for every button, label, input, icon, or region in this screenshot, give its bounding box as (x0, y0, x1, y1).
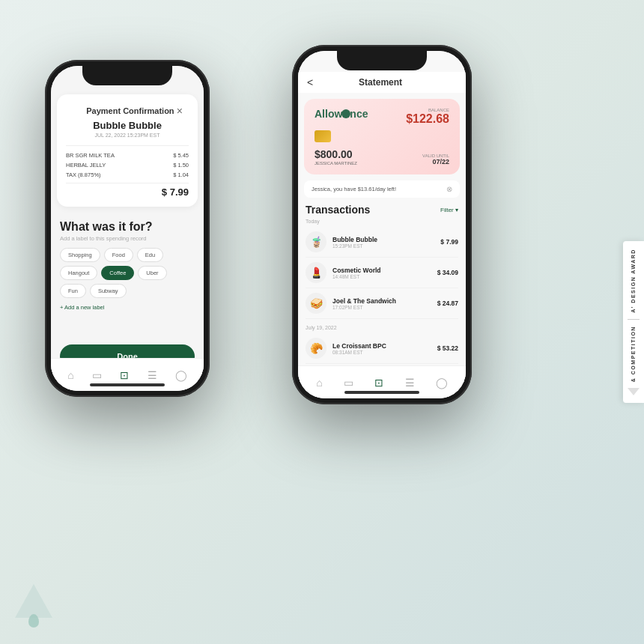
cosmetic-world-amount: $ 34.09 (437, 269, 458, 276)
close-button[interactable]: × (177, 105, 183, 117)
receipt-item-3: TAX (8.875%) $ 1.04 (66, 170, 189, 180)
tag-food[interactable]: Food (104, 248, 133, 262)
transaction-joel-sandwich[interactable]: 🥪 Joel & The Sandwich 17:02PM EST $ 24.8… (306, 288, 458, 319)
add-label-button[interactable]: + Add a new label (60, 303, 195, 312)
bottom-logo (15, 584, 52, 629)
joel-sandwich-icon: 🥪 (306, 293, 326, 314)
merchant-name: Bubble Bubble (66, 120, 189, 131)
left-home-indicator (90, 383, 165, 386)
what-section: What was it for? Add a label to this spe… (51, 213, 204, 317)
right-nav-list-icon[interactable]: ☰ (405, 377, 415, 389)
le-croissant-name: Le Croissant BPC (332, 342, 437, 350)
today-label: Today (306, 219, 458, 224)
bubble-bubble-time: 15:23PM EST (332, 243, 440, 249)
left-phone-notch (82, 66, 172, 85)
bubble-bubble-name: Bubble Bubble (332, 236, 440, 243)
card-balance-amount: $122.68 (406, 112, 449, 126)
transaction-cosmetic-world[interactable]: 💄 Cosmetic World 14:48M EST $ 34.09 (306, 258, 458, 288)
july-label: July 19, 2022 (306, 325, 458, 330)
logo-circle (341, 109, 350, 118)
card-top: Allownce BALANCE $122.68 (315, 108, 449, 126)
receipt-item-1: BR SGR MILK TEA $ 5.45 (66, 151, 189, 160)
statement-title: Statement (319, 77, 442, 88)
left-phone: Payment Confirmation × Bubble Bubble JUL… (45, 60, 210, 397)
logo-triangle-icon (15, 584, 52, 618)
statement-header: < Statement (298, 72, 466, 93)
payment-title: Payment Confirmation (84, 106, 177, 115)
side-label-triangle-icon (628, 388, 640, 395)
receipt-divider-top (66, 145, 189, 146)
tag-coffee[interactable]: Coffee (101, 266, 134, 280)
tag-edu[interactable]: Edu (137, 248, 163, 262)
allowance-card: Allownce BALANCE $122.68 $800.00 JESSICA… (304, 99, 460, 174)
right-phone-notch (337, 51, 427, 70)
bubble-bubble-amount: $ 7.99 (440, 238, 458, 246)
cosmetic-world-time: 14:48M EST (332, 274, 437, 279)
right-nav-card-icon[interactable]: ▭ (344, 377, 353, 389)
left-nav-list-icon[interactable]: ☰ (148, 369, 157, 381)
left-nav-receipt-icon[interactable]: ⊡ (120, 369, 129, 381)
card-right-info: VALID UNTIL 07/22 (422, 154, 449, 165)
card-left-info: $800.00 JESSICA MARTINEZ (315, 148, 357, 165)
item-name-3: TAX (8.875%) (66, 171, 101, 178)
left-nav-profile-icon[interactable]: ◯ (175, 369, 187, 381)
joel-sandwich-name: Joel & The Sandwich (332, 297, 437, 305)
left-nav-card-icon[interactable]: ▭ (92, 369, 102, 381)
bubble-bubble-icon: 🧋 (306, 231, 326, 252)
le-croissant-icon: 🥐 (306, 338, 326, 359)
right-home-indicator (344, 391, 419, 394)
le-croissant-amount: $ 53.22 (437, 344, 458, 352)
filter-button[interactable]: Filter ▾ (440, 207, 458, 213)
card-holder-name: JESSICA MARTINEZ (315, 161, 357, 165)
left-phone-screen: Payment Confirmation × Bubble Bubble JUL… (51, 66, 204, 391)
transaction-bubble-bubble[interactable]: 🧋 Bubble Bubble 15:23PM EST $ 7.99 (306, 227, 458, 258)
info-banner: Jessica, you have $13.61/day left! ⊗ (304, 180, 460, 198)
label-tags: Shopping Food Edu Hangout Coffee Uber Fu… (60, 248, 195, 298)
right-nav-receipt-icon[interactable]: ⊡ (374, 377, 383, 389)
item-name-2: HERBAL JELLY (66, 162, 106, 168)
side-label-divider (628, 319, 640, 320)
right-nav-home-icon[interactable]: ⌂ (316, 377, 322, 389)
tag-shopping[interactable]: Shopping (60, 248, 100, 262)
bubble-bubble-info: Bubble Bubble 15:23PM EST (332, 236, 440, 249)
info-close-button[interactable]: ⊗ (446, 185, 452, 193)
joel-sandwich-time: 17:02PM EST (332, 305, 437, 310)
item-price-1: $ 5.45 (173, 152, 189, 159)
payment-card: Payment Confirmation × Bubble Bubble JUL… (57, 94, 198, 207)
receipt-total: $ 7.99 (66, 183, 189, 198)
cosmetic-world-icon: 💄 (306, 262, 326, 283)
tag-hangout[interactable]: Hangout (60, 266, 97, 280)
tag-fun[interactable]: Fun (60, 284, 86, 298)
back-button[interactable]: < (307, 76, 313, 88)
total-amount: $ 7.99 (162, 186, 189, 198)
what-subtitle: Add a label to this spending record (60, 235, 195, 242)
side-label-text1: A' DESIGN AWARD (631, 249, 637, 313)
side-label-text2: & COMPETITION (631, 326, 637, 382)
side-label: A' DESIGN AWARD & COMPETITION (623, 241, 644, 403)
logo-drop-icon (28, 614, 39, 628)
left-nav-home-icon[interactable]: ⌂ (67, 369, 73, 381)
merchant-date: JUL 22, 2022 15:23PM EST (66, 133, 189, 138)
le-croissant-info: Le Croissant BPC 08:31AM EST (332, 342, 437, 355)
transactions-title: Transactions (306, 204, 370, 216)
transactions-header: Transactions Filter ▾ (306, 204, 458, 216)
payment-header: Payment Confirmation × (66, 105, 189, 117)
right-phone-screen: < Statement Allownce BALANCE $122.68 (298, 51, 466, 398)
item-price-2: $ 1.50 (173, 162, 189, 168)
right-nav-profile-icon[interactable]: ◯ (436, 377, 448, 389)
card-balance-block: BALANCE $122.68 (406, 108, 449, 126)
receipt-item-2: HERBAL JELLY $ 1.50 (66, 160, 189, 170)
tag-subway[interactable]: Subway (90, 284, 127, 298)
cosmetic-world-name: Cosmetic World (332, 267, 437, 274)
card-expiry: 07/22 (422, 158, 449, 165)
what-title: What was it for? (60, 220, 195, 234)
card-chip-icon (315, 130, 331, 142)
tag-uber[interactable]: Uber (138, 266, 166, 280)
payment-screen: Payment Confirmation × Bubble Bubble JUL… (51, 66, 204, 391)
item-name-1: BR SGR MILK TEA (66, 152, 115, 159)
info-banner-text: Jessica, you have $13.61/day left! (312, 186, 396, 192)
statement-screen: < Statement Allownce BALANCE $122.68 (298, 51, 466, 398)
item-price-3: $ 1.04 (173, 171, 189, 178)
transaction-le-croissant[interactable]: 🥐 Le Croissant BPC 08:31AM EST $ 53.22 (306, 333, 458, 364)
joel-sandwich-amount: $ 24.87 (437, 300, 458, 307)
